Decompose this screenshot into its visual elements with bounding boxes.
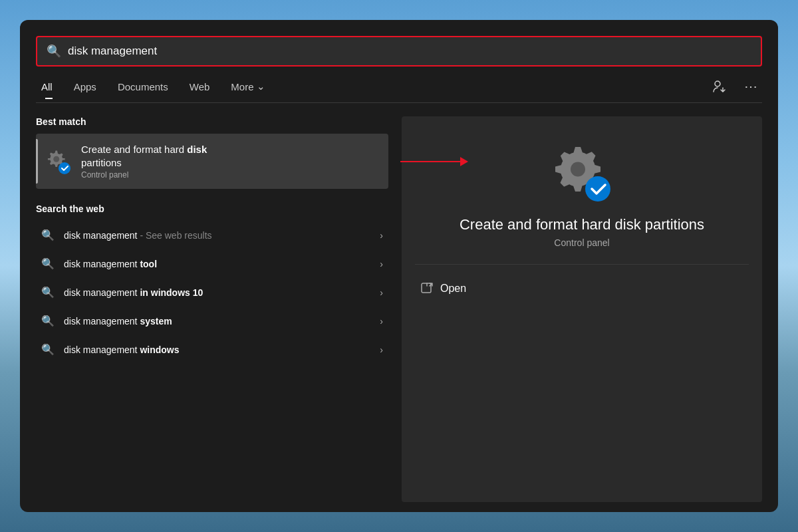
web-result-arrow-2: › bbox=[380, 287, 383, 298]
best-match-subtitle: Control panel bbox=[81, 170, 380, 180]
web-section-label: Search the web bbox=[36, 203, 388, 214]
filter-tabs: All Apps Documents Web More ⌄ ⋯ bbox=[20, 66, 778, 97]
web-result-text-1: disk management tool bbox=[64, 259, 370, 269]
web-result-text-2: disk management in windows 10 bbox=[64, 287, 370, 298]
best-match-item[interactable]: Create and format hard diskpartitions Co… bbox=[36, 134, 388, 189]
search-input-wrapper[interactable]: 🔍 bbox=[36, 36, 762, 66]
web-result-text-3: disk management system bbox=[64, 316, 370, 327]
ellipsis-icon: ⋯ bbox=[744, 78, 759, 94]
web-result-item-1[interactable]: 🔍 disk management tool › bbox=[36, 249, 388, 278]
tab-apps[interactable]: Apps bbox=[65, 77, 106, 96]
search-input[interactable] bbox=[68, 45, 751, 58]
arrow-head bbox=[460, 157, 468, 166]
tab-web[interactable]: Web bbox=[180, 77, 219, 96]
web-section: Search the web 🔍 disk management - See w… bbox=[36, 203, 388, 364]
svg-rect-5 bbox=[422, 283, 431, 293]
app-icon-container bbox=[44, 148, 72, 176]
web-search-icon-2: 🔍 bbox=[41, 286, 55, 299]
web-result-arrow-3: › bbox=[380, 316, 383, 327]
main-content: Best match bbox=[20, 103, 778, 512]
open-button[interactable]: Open bbox=[415, 278, 471, 299]
arrow-line bbox=[400, 161, 460, 162]
web-result-text-0: disk management - See web results bbox=[64, 230, 370, 241]
arrow-annotation bbox=[400, 157, 468, 166]
right-app-title: Create and format hard disk partitions bbox=[460, 216, 704, 233]
left-panel: Best match bbox=[36, 116, 388, 502]
gear-checkmark-small-icon bbox=[44, 148, 72, 176]
best-match-label: Best match bbox=[36, 116, 388, 127]
open-label: Open bbox=[440, 283, 466, 295]
web-result-arrow-0: › bbox=[380, 230, 383, 241]
web-result-item-2[interactable]: 🔍 disk management in windows 10 › bbox=[36, 278, 388, 307]
tab-documents[interactable]: Documents bbox=[108, 77, 178, 96]
search-icon: 🔍 bbox=[47, 44, 61, 59]
right-panel-divider bbox=[415, 264, 749, 265]
more-options-button[interactable]: ⋯ bbox=[741, 76, 762, 97]
web-result-item-0[interactable]: 🔍 disk management - See web results › bbox=[36, 221, 388, 249]
svg-rect-4 bbox=[585, 176, 610, 201]
chevron-down-icon: ⌄ bbox=[257, 80, 265, 92]
tab-all[interactable]: All bbox=[36, 77, 62, 96]
web-result-item-3[interactable]: 🔍 disk management system › bbox=[36, 307, 388, 335]
gear-checkmark-large-icon bbox=[552, 143, 612, 203]
web-search-icon-4: 🔍 bbox=[41, 343, 55, 356]
best-match-text: Create and format hard diskpartitions Co… bbox=[81, 143, 380, 180]
filter-actions: ⋯ bbox=[709, 76, 762, 97]
svg-rect-2 bbox=[59, 162, 70, 174]
search-panel: 🔍 All Apps Documents Web More ⌄ ⋯ bbox=[20, 20, 778, 512]
right-app-subtitle: Control panel bbox=[554, 237, 609, 248]
svg-point-3 bbox=[571, 162, 585, 177]
tab-more[interactable]: More ⌄ bbox=[221, 76, 274, 96]
user-switch-button[interactable] bbox=[709, 76, 730, 97]
svg-point-0 bbox=[715, 81, 720, 86]
web-result-item-4[interactable]: 🔍 disk management windows › bbox=[36, 335, 388, 364]
web-result-arrow-1: › bbox=[380, 259, 383, 269]
search-box-area: 🔍 bbox=[20, 20, 778, 66]
user-switch-icon bbox=[712, 79, 727, 94]
web-search-icon-1: 🔍 bbox=[41, 257, 55, 270]
web-search-icon-3: 🔍 bbox=[41, 315, 55, 327]
web-search-icon-0: 🔍 bbox=[41, 229, 55, 241]
best-match-title: Create and format hard diskpartitions bbox=[81, 143, 380, 169]
web-result-text-4: disk management windows bbox=[64, 344, 370, 355]
right-panel: Create and format hard disk partitions C… bbox=[402, 116, 762, 502]
svg-point-1 bbox=[53, 156, 59, 162]
web-result-arrow-4: › bbox=[380, 344, 383, 355]
open-icon bbox=[420, 282, 434, 295]
